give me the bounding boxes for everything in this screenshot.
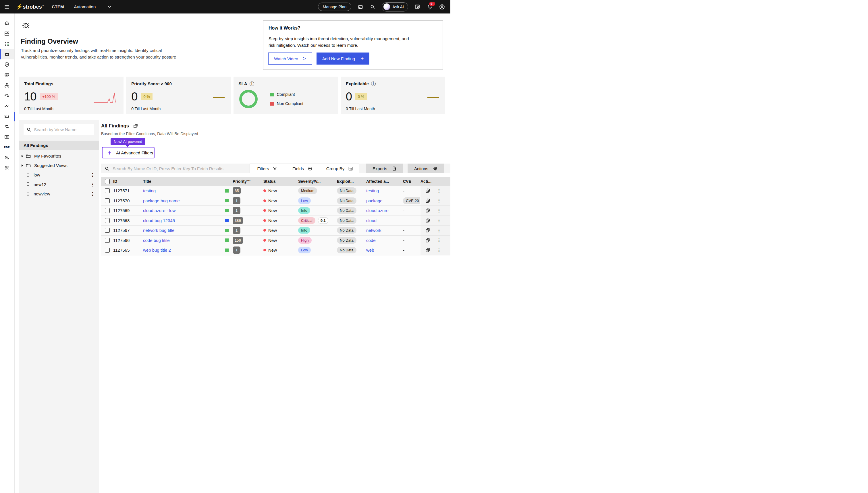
view-item-newview[interactable]: newview ⋮ <box>19 189 99 198</box>
sidebar-scrollbar[interactable] <box>14 14 15 256</box>
strobes-logo[interactable]: ⚡ strobes ™ <box>16 4 44 10</box>
search-icon[interactable] <box>370 4 375 10</box>
table-search-box[interactable] <box>101 166 250 171</box>
sidebar-item-assets[interactable] <box>0 39 14 49</box>
row-kebab-icon[interactable]: ⋮ <box>437 209 441 212</box>
exports-button[interactable]: Exports <box>366 164 403 173</box>
row-kebab-icon[interactable]: ⋮ <box>437 199 441 202</box>
col-title[interactable]: Title <box>143 177 233 186</box>
ai-advanced-filters-button[interactable]: AI Advanced Filters <box>102 147 154 158</box>
affected-asset-link[interactable]: testing <box>366 188 379 193</box>
chevron-down-icon[interactable] <box>107 5 112 9</box>
copy-icon[interactable] <box>425 248 431 253</box>
sidebar-item-tickets[interactable] <box>0 111 14 121</box>
row-kebab-icon[interactable]: ⋮ <box>437 239 441 242</box>
table-row[interactable]: 1127569 cloud azure - low 1 New Info No … <box>101 206 450 216</box>
finding-title-link[interactable]: cloud bug 12345 <box>143 218 175 223</box>
table-search-input[interactable] <box>112 166 239 171</box>
ask-ai-button[interactable]: Ask AI <box>382 2 408 12</box>
row-checkbox[interactable] <box>105 248 110 253</box>
table-row[interactable]: 1127566 code bug titile 156 New High No … <box>101 236 450 245</box>
kebab-menu-icon[interactable]: ⋮ <box>90 191 95 197</box>
cve-badge[interactable]: CVE-20 <box>403 197 420 204</box>
sidebar-item-compliance[interactable] <box>0 59 14 70</box>
affected-asset-link[interactable]: network <box>366 228 381 233</box>
copy-icon[interactable] <box>425 218 431 223</box>
info-icon[interactable]: i <box>250 82 254 86</box>
view-item-new12[interactable]: new12 ⋮ <box>19 180 99 189</box>
col-id[interactable]: ID <box>113 177 143 186</box>
affected-asset-link[interactable]: cloud azure <box>366 208 389 213</box>
section-selector[interactable]: Automation <box>74 4 96 9</box>
copy-icon[interactable] <box>425 228 431 233</box>
row-checkbox[interactable] <box>105 238 110 243</box>
col-status[interactable]: Status <box>263 177 298 186</box>
actions-button[interactable]: Actions <box>408 164 445 173</box>
side-panel-icon[interactable] <box>357 4 363 10</box>
watch-video-button[interactable]: Watch Video <box>268 52 312 65</box>
sidebar-item-scans[interactable] <box>0 121 14 132</box>
finding-title-link[interactable]: cloud azure - low <box>143 208 175 213</box>
view-search-box[interactable] <box>24 124 94 135</box>
finding-title-link[interactable]: web bug title 2 <box>143 248 171 253</box>
row-kebab-icon[interactable]: ⋮ <box>437 219 441 222</box>
notifications-bell[interactable]: 9+ <box>427 4 433 10</box>
affected-asset-link[interactable]: package <box>366 198 383 203</box>
sidebar-item-reports[interactable] <box>0 132 14 142</box>
video-guide-icon[interactable] <box>414 4 420 10</box>
col-affected[interactable]: Affected a... <box>366 177 403 186</box>
col-cve[interactable]: CVE <box>403 177 420 186</box>
sidebar-item-findings[interactable] <box>0 49 14 59</box>
copy-icon[interactable] <box>425 198 431 203</box>
copy-icon[interactable] <box>425 208 431 213</box>
col-exploit[interactable]: Exploit... <box>337 177 366 186</box>
row-checkbox[interactable] <box>105 208 110 213</box>
affected-asset-link[interactable]: code <box>366 238 376 243</box>
col-severity[interactable]: Severity/V... <box>298 177 337 186</box>
open-in-new-icon[interactable] <box>133 123 138 129</box>
sidebar-item-home[interactable] <box>0 18 14 28</box>
add-new-finding-button[interactable]: Add New Finding + <box>316 52 369 65</box>
row-checkbox[interactable] <box>105 188 110 193</box>
menu-icon[interactable] <box>0 0 14 14</box>
affected-asset-link[interactable]: cloud <box>366 218 376 223</box>
copy-icon[interactable] <box>425 238 431 243</box>
kebab-menu-icon[interactable]: ⋮ <box>90 172 95 178</box>
finding-title-link[interactable]: package bug name <box>143 198 180 203</box>
view-item-low[interactable]: low ⋮ <box>19 170 99 180</box>
finding-title-link[interactable]: network bug title <box>143 228 174 233</box>
row-checkbox[interactable] <box>105 198 110 203</box>
row-checkbox[interactable] <box>105 218 110 223</box>
sidebar-item-inventory[interactable] <box>0 70 14 80</box>
col-actions[interactable]: Acti... <box>420 177 450 186</box>
table-row[interactable]: 1127568 cloud bug 12345 386 New Critical… <box>101 216 450 226</box>
filters-button[interactable]: Filters <box>250 164 285 173</box>
sidebar-item-activity[interactable] <box>0 101 14 111</box>
account-icon[interactable] <box>439 4 445 10</box>
folder-my-favourites[interactable]: My Favourites <box>19 151 99 161</box>
finding-title-link[interactable]: testing <box>143 188 156 193</box>
caret-right-icon[interactable] <box>22 165 23 167</box>
row-checkbox[interactable] <box>105 228 110 233</box>
caret-right-icon[interactable] <box>22 155 23 157</box>
view-all-findings[interactable]: All Findings <box>19 141 99 150</box>
sidebar-item-pdf[interactable]: PDF <box>0 142 14 152</box>
group-by-button[interactable]: Group By <box>320 164 359 173</box>
info-icon[interactable]: i <box>371 82 376 86</box>
kebab-menu-icon[interactable]: ⋮ <box>90 182 95 187</box>
row-kebab-icon[interactable]: ⋮ <box>437 249 441 252</box>
col-priority[interactable]: Priority™ <box>233 177 263 186</box>
row-kebab-icon[interactable]: ⋮ <box>437 189 441 192</box>
table-row[interactable]: 1127570 package bug name 1 New Low No Da… <box>101 196 450 206</box>
table-row[interactable]: 1127565 web bug title 2 1 New Low No Dat… <box>101 245 450 255</box>
fields-button[interactable]: Fields <box>285 164 320 173</box>
table-row[interactable]: 1127571 testing 85 New Medium No Data te… <box>101 186 450 196</box>
manage-plan-button[interactable]: Manage Plan <box>318 3 352 11</box>
sidebar-item-org[interactable] <box>0 80 14 90</box>
copy-icon[interactable] <box>425 188 431 193</box>
sidebar-item-dashboard[interactable] <box>0 28 14 39</box>
folder-suggested-views[interactable]: Suggested Views <box>19 161 99 170</box>
sidebar-item-users[interactable] <box>0 152 14 163</box>
sidebar-item-settings[interactable] <box>0 163 14 173</box>
table-row[interactable]: 1127567 network bug title 1 New Info No … <box>101 226 450 236</box>
